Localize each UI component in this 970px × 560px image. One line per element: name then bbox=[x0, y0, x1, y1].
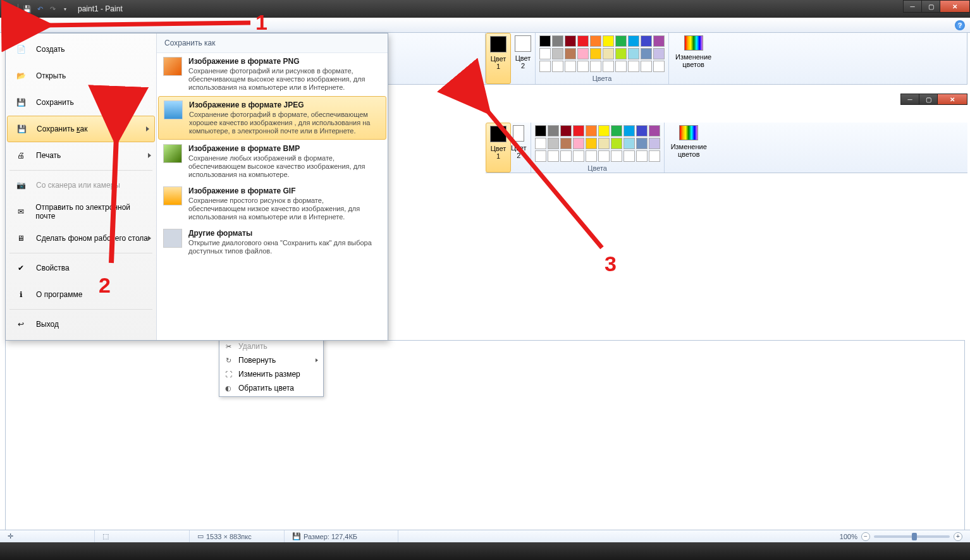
palette-swatch[interactable] bbox=[653, 48, 665, 59]
palette-swatch[interactable] bbox=[603, 35, 614, 47]
zoom-in-button[interactable]: + bbox=[954, 532, 962, 541]
maximize-button-2[interactable] bbox=[919, 94, 938, 105]
palette-swatch[interactable] bbox=[590, 61, 601, 72]
palette-swatch[interactable] bbox=[548, 125, 559, 137]
palette-swatch[interactable] bbox=[598, 138, 610, 149]
palette-swatch[interactable] bbox=[560, 150, 572, 162]
palette-swatch[interactable] bbox=[623, 150, 635, 162]
maximize-button[interactable] bbox=[921, 0, 940, 13]
palette-swatch[interactable] bbox=[649, 138, 660, 149]
zoom-out-button[interactable]: − bbox=[861, 532, 870, 541]
palette-swatch[interactable] bbox=[535, 150, 546, 162]
palette-swatch[interactable] bbox=[573, 125, 584, 137]
palette-swatch[interactable] bbox=[649, 125, 660, 137]
undo-icon[interactable]: ↶ bbox=[35, 4, 45, 14]
palette-swatch[interactable] bbox=[565, 35, 576, 47]
palette-swatch[interactable] bbox=[649, 150, 660, 162]
palette-swatch[interactable] bbox=[586, 125, 597, 137]
edit-colors-button-2[interactable]: Изменение цветов bbox=[665, 123, 713, 173]
file-menu-item-save[interactable]: 💾Сохранить bbox=[6, 89, 156, 116]
palette-swatch[interactable] bbox=[615, 35, 627, 47]
palette-swatch[interactable] bbox=[598, 150, 610, 162]
file-menu-item-print[interactable]: 🖨Печать bbox=[6, 142, 156, 169]
palette-swatch[interactable] bbox=[611, 150, 622, 162]
palette-swatch[interactable] bbox=[623, 138, 635, 149]
palette-swatch[interactable] bbox=[539, 35, 551, 47]
format-option-bmp[interactable]: Изображение в формате BMPСохранение любы… bbox=[157, 140, 388, 183]
palette-swatch[interactable] bbox=[598, 125, 610, 137]
zoom-slider-track[interactable] bbox=[874, 535, 950, 538]
palette-swatch[interactable] bbox=[603, 61, 614, 72]
palette-swatch[interactable] bbox=[539, 61, 551, 72]
palette-swatch[interactable] bbox=[577, 35, 589, 47]
palette-swatch[interactable] bbox=[565, 61, 576, 72]
palette-swatch[interactable] bbox=[636, 138, 648, 149]
palette-swatch[interactable] bbox=[552, 61, 563, 72]
palette-swatch[interactable] bbox=[565, 48, 576, 59]
color1-box[interactable]: Цвет 1 bbox=[486, 33, 511, 84]
palette-swatch[interactable] bbox=[560, 138, 572, 149]
palette-swatch[interactable] bbox=[577, 61, 589, 72]
palette-swatch[interactable] bbox=[577, 48, 589, 59]
help-icon[interactable]: ? bbox=[955, 20, 965, 30]
color1-box-2[interactable]: Цвет 1 bbox=[486, 123, 511, 173]
file-menu-item-open[interactable]: 📂Открыть bbox=[6, 63, 156, 89]
context-item[interactable]: ↻Повернуть bbox=[221, 353, 322, 367]
palette-swatch[interactable] bbox=[586, 138, 597, 149]
palette-swatch[interactable] bbox=[548, 138, 559, 149]
context-item[interactable]: ◐Обратить цвета bbox=[221, 381, 322, 395]
palette-swatch[interactable] bbox=[636, 125, 648, 137]
palette-swatch[interactable] bbox=[573, 138, 584, 149]
palette-swatch[interactable] bbox=[628, 48, 639, 59]
palette-swatch[interactable] bbox=[641, 35, 652, 47]
palette-swatch[interactable] bbox=[653, 35, 665, 47]
canvas-area[interactable] bbox=[5, 340, 965, 531]
palette-swatch[interactable] bbox=[611, 138, 622, 149]
palette-swatch[interactable] bbox=[615, 48, 627, 59]
edit-colors-button[interactable]: Изменение цветов bbox=[669, 33, 718, 84]
color2-box[interactable]: Цвет 2 bbox=[511, 33, 535, 84]
format-option-gif[interactable]: Изображение в формате GIFСохранение прос… bbox=[157, 183, 388, 225]
palette-swatch[interactable] bbox=[573, 150, 584, 162]
palette-swatch[interactable] bbox=[586, 150, 597, 162]
palette-swatch[interactable] bbox=[641, 48, 652, 59]
file-menu-item-email[interactable]: ✉Отправить по электронной почте bbox=[6, 198, 156, 225]
palette-swatch[interactable] bbox=[535, 125, 546, 137]
minimize-button[interactable] bbox=[903, 0, 922, 13]
palette-swatch[interactable] bbox=[623, 125, 635, 137]
format-option-other[interactable]: Другие форматыОткрытие диалогового окна … bbox=[157, 225, 388, 259]
palette-swatch[interactable] bbox=[611, 125, 622, 137]
palette-swatch[interactable] bbox=[590, 35, 601, 47]
close-button-2[interactable] bbox=[937, 94, 967, 105]
close-button[interactable] bbox=[940, 0, 970, 13]
color2-box-2[interactable]: Цвет 2 bbox=[511, 123, 531, 173]
palette-swatch[interactable] bbox=[636, 150, 648, 162]
palette-swatch[interactable] bbox=[603, 48, 614, 59]
palette-swatch[interactable] bbox=[641, 61, 652, 72]
file-menu-item-saveas[interactable]: 💾Сохранить как bbox=[7, 116, 155, 142]
palette-swatch[interactable] bbox=[560, 125, 572, 137]
qat-dropdown-icon[interactable]: ▾ bbox=[60, 4, 70, 14]
file-menu-item-new[interactable]: 📄Создать bbox=[6, 36, 156, 63]
format-option-jpeg[interactable]: Изображение в формате JPEGСохранение фот… bbox=[158, 96, 386, 140]
file-menu-item-properties[interactable]: ✔Свойства bbox=[6, 255, 156, 281]
file-menu-button[interactable] bbox=[8, 20, 35, 32]
palette-swatch[interactable] bbox=[552, 35, 563, 47]
palette-swatch[interactable] bbox=[548, 150, 559, 162]
palette-swatch[interactable] bbox=[590, 48, 601, 59]
palette-swatch[interactable] bbox=[535, 138, 546, 149]
file-menu-item-about[interactable]: ℹО программе bbox=[6, 281, 156, 308]
save-icon[interactable]: 💾 bbox=[22, 4, 32, 14]
format-option-png[interactable]: Изображение в формате PNGСохранение фото… bbox=[157, 53, 388, 95]
palette-swatch[interactable] bbox=[653, 61, 665, 72]
palette-swatch[interactable] bbox=[552, 48, 563, 59]
palette-swatch[interactable] bbox=[628, 61, 639, 72]
palette-swatch[interactable] bbox=[539, 48, 551, 59]
context-item[interactable]: ⛶Изменить размер bbox=[221, 367, 322, 381]
palette-swatch[interactable] bbox=[628, 35, 639, 47]
redo-icon[interactable]: ↷ bbox=[47, 4, 58, 14]
file-menu-item-desktop[interactable]: 🖥Сделать фоном рабочего стола bbox=[6, 225, 156, 252]
palette-swatch[interactable] bbox=[615, 61, 627, 72]
minimize-button-2[interactable] bbox=[900, 94, 919, 105]
file-menu-item-exit[interactable]: ↩Выход bbox=[6, 311, 156, 338]
